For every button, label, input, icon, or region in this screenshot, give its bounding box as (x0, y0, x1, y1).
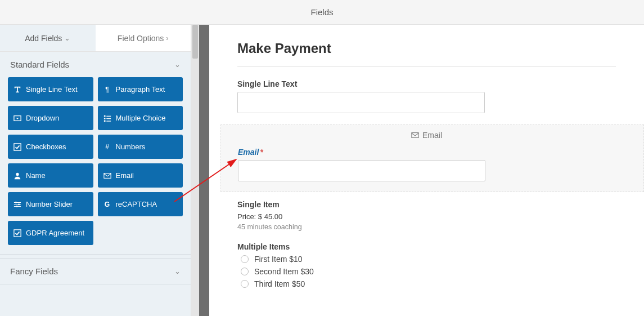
label-text: Email (238, 148, 259, 157)
field-label: Dropdown (26, 114, 59, 122)
envelope-icon (411, 131, 419, 139)
sidebar-tabs: Add Fields ⌄ Field Options › (0, 25, 191, 52)
svg-point-11 (18, 203, 20, 205)
svg-rect-2 (106, 115, 111, 116)
title-divider (237, 66, 616, 67)
field-label: Multiple Choice (116, 114, 166, 122)
badge-text: Email (422, 131, 442, 140)
field-label: Single Item (237, 200, 616, 209)
svg-point-8 (16, 172, 19, 175)
svg-rect-7 (14, 143, 21, 150)
field-recaptcha[interactable]: G reCAPTCHA (98, 192, 183, 216)
checkbox-icon (13, 143, 21, 151)
tab-label: Add Fields (25, 34, 62, 43)
svg-rect-5 (103, 120, 105, 122)
list-icon (103, 114, 111, 122)
email-input[interactable] (238, 160, 485, 181)
single-line-input[interactable] (237, 92, 485, 113)
field-email[interactable]: Email (98, 163, 183, 188)
field-dropdown[interactable]: Dropdown (8, 106, 93, 130)
field-single-line-text[interactable]: Single Line Text (8, 77, 93, 101)
svg-point-10 (15, 202, 17, 203)
field-label: GDPR Agreement (26, 229, 84, 237)
price-label: Price: (237, 212, 256, 221)
section-header-fancy[interactable]: Fancy Fields ⌄ (0, 259, 191, 284)
paragraph-icon: ¶ (103, 86, 111, 94)
page-title: Fields (310, 7, 333, 17)
sliders-icon (13, 201, 21, 208)
scrollbar[interactable] (191, 25, 199, 316)
svg-rect-3 (103, 118, 105, 119)
tab-add-fields[interactable]: Add Fields ⌄ (0, 25, 96, 51)
field-preview-email-selected[interactable]: Email Email* (220, 124, 644, 192)
standard-fields-grid: Single Line Text ¶ Paragraph Text Dropdo… (0, 77, 191, 254)
sidebar: Add Fields ⌄ Field Options › Standard Fi… (0, 25, 191, 316)
field-paragraph-text[interactable]: ¶ Paragraph Text (98, 77, 183, 101)
radio-label: First Item $10 (254, 255, 303, 264)
field-checkboxes[interactable]: Checkboxes (8, 135, 93, 159)
column-divider (199, 25, 209, 316)
page-header: Fields (0, 0, 644, 25)
radio-icon[interactable] (241, 255, 249, 263)
envelope-icon (103, 172, 111, 180)
field-numbers[interactable]: # Numbers (98, 135, 183, 159)
svg-rect-13 (14, 229, 21, 236)
field-name[interactable]: Name (8, 163, 93, 188)
chevron-down-icon: ⌄ (64, 34, 70, 42)
section-title: Fancy Fields (10, 266, 58, 276)
field-label: Single Line Text (237, 79, 616, 88)
svg-rect-9 (103, 173, 110, 178)
field-label: Checkboxes (26, 143, 66, 151)
radio-label: Second Item $30 (254, 267, 314, 276)
field-label: Single Line Text (26, 85, 78, 94)
text-icon (13, 86, 21, 94)
svg-rect-1 (103, 115, 105, 117)
field-label: Paragraph Text (116, 85, 165, 94)
tab-label: Field Options (118, 34, 164, 43)
field-preview-single-line[interactable]: Single Line Text (237, 79, 616, 113)
svg-rect-14 (412, 133, 418, 138)
email-field-label: Email* (238, 148, 615, 157)
section-title: Standard Fields (10, 60, 69, 69)
radio-option[interactable]: Third Item $50 (237, 279, 616, 288)
chevron-down-icon: ⌄ (174, 60, 181, 69)
radio-option[interactable]: Second Item $30 (237, 267, 616, 276)
field-label: Multiple Items (237, 242, 616, 251)
price-description: 45 minutes coaching (237, 223, 616, 231)
form-preview: Make Payment Single Line Text Email Emai… (209, 25, 644, 316)
section-header-standard[interactable]: Standard Fields ⌄ (0, 52, 191, 77)
price-row: Price: $ 45.00 (237, 212, 616, 221)
radio-label: Third Item $50 (254, 279, 305, 288)
dropdown-icon (13, 114, 21, 122)
field-multiple-choice[interactable]: Multiple Choice (98, 106, 183, 130)
section-standard-fields: Standard Fields ⌄ Single Line Text ¶ Par… (0, 52, 191, 255)
radio-icon[interactable] (241, 280, 249, 288)
tab-field-options[interactable]: Field Options › (96, 25, 191, 51)
field-label: Email (116, 171, 134, 180)
field-preview-multiple-items[interactable]: Multiple Items First Item $10 Second Ite… (237, 242, 616, 288)
scrollbar-thumb[interactable] (192, 25, 198, 59)
field-label: reCAPTCHA (116, 200, 157, 208)
main-layout: Add Fields ⌄ Field Options › Standard Fi… (0, 25, 644, 316)
chevron-down-icon: ⌄ (174, 267, 181, 275)
field-preview-single-item[interactable]: Single Item Price: $ 45.00 45 minutes co… (237, 200, 616, 231)
field-label: Name (26, 171, 46, 180)
svg-rect-6 (106, 121, 111, 121)
email-badge: Email (238, 125, 615, 148)
check-square-icon (13, 229, 21, 237)
radio-option[interactable]: First Item $10 (237, 255, 616, 264)
price-value: $ 45.00 (258, 212, 282, 221)
section-fancy-fields: Fancy Fields ⌄ (0, 258, 191, 284)
field-label: Number Slider (26, 200, 73, 208)
user-icon (13, 172, 21, 180)
hash-icon: # (103, 143, 111, 151)
svg-point-12 (16, 206, 18, 207)
required-asterisk: * (260, 148, 263, 157)
field-number-slider[interactable]: Number Slider (8, 192, 93, 216)
google-icon: G (103, 201, 111, 208)
radio-icon[interactable] (241, 268, 249, 275)
form-title: Make Payment (237, 41, 616, 56)
svg-rect-4 (106, 118, 111, 119)
field-label: Numbers (116, 143, 146, 151)
field-gdpr-agreement[interactable]: GDPR Agreement (8, 221, 93, 245)
